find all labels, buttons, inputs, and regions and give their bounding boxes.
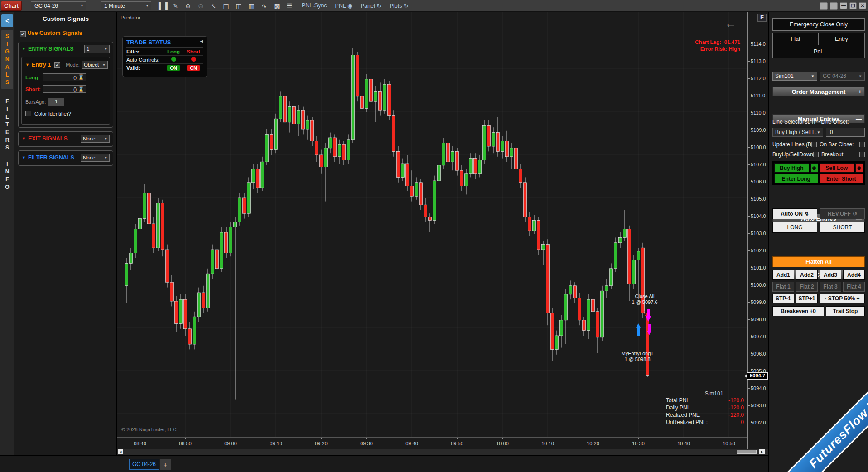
long-signal-input[interactable]: () ⌛ — [43, 73, 86, 81]
interval-dropdown[interactable]: 1 Minute▼ — [101, 1, 151, 10]
trendline-icon[interactable]: ∿ — [260, 2, 268, 10]
exit-signals-dropdown[interactable]: None▼ — [81, 135, 110, 143]
restore-button[interactable]: ❐ — [849, 2, 857, 9]
add-button-3[interactable]: Add3 — [820, 270, 841, 280]
tab-filters[interactable]: FILTERS — [1, 95, 13, 154]
entry-1-checkbox[interactable]: ✔ — [54, 62, 60, 68]
on-bar-close-checkbox[interactable] — [859, 142, 865, 147]
back-arrow-icon[interactable]: ← — [725, 16, 737, 30]
add-tab-button[interactable]: + — [160, 459, 171, 470]
sell-low-eye-icon[interactable]: ◉ — [855, 163, 863, 173]
focus-button[interactable]: F — [757, 14, 767, 22]
chart-scrollbar[interactable]: ◄ ► — [117, 449, 768, 455]
update-lines-checkbox[interactable] — [811, 142, 817, 147]
buy-high-eye-icon[interactable]: ◉ — [810, 163, 818, 173]
line-offset-input[interactable]: 0 — [826, 128, 865, 137]
checkbox-checked-icon[interactable]: ✔ — [20, 31, 26, 37]
breakout-checkbox[interactable] — [859, 152, 865, 157]
sell-low-button[interactable]: Sell Low — [820, 163, 854, 173]
emergency-close-only-button[interactable]: Emergency Close Only — [772, 18, 865, 31]
workspace-button-2[interactable] — [830, 2, 838, 10]
tab-signals[interactable]: SIGNALS — [1, 30, 13, 89]
strategy-grid-icon[interactable]: ▩ — [273, 2, 281, 10]
instrument-dropdown-right[interactable]: GC 04-26▼ — [820, 72, 865, 81]
barsago-input[interactable]: 1 — [48, 98, 64, 106]
stp-plus-button[interactable]: STP+1 — [796, 294, 818, 303]
trail-stop-button[interactable]: Trail Stop — [826, 306, 865, 316]
enter-short-button[interactable]: Enter Short — [820, 174, 863, 183]
tab-gc-04-26[interactable]: GC 04-26 — [129, 459, 159, 470]
panel-layout-icon[interactable]: ◫ — [235, 2, 243, 10]
properties-list-icon[interactable]: ☰ — [285, 2, 294, 10]
buyup-selldown-checkbox[interactable] — [813, 152, 819, 157]
menu-item-pnl-sync[interactable]: PNL.Sync — [302, 2, 327, 9]
close-button[interactable]: ✕ — [859, 2, 866, 9]
long-auto-dot[interactable] — [171, 57, 176, 62]
expand-icon[interactable]: + — [858, 88, 862, 95]
menu-item-plots-reset[interactable]: Plots ↻ — [390, 2, 409, 9]
chart-area[interactable]: Predator ← Chart Lag: -01.471 Error Risk… — [117, 12, 747, 437]
minimize-button[interactable]: — — [840, 2, 847, 9]
flat-button-2[interactable]: Flat 2 — [796, 282, 818, 292]
collapse-triangle-icon[interactable]: ▼ — [22, 47, 26, 51]
collapse-panel-button[interactable]: < — [1, 14, 13, 27]
short-signal-input[interactable]: () ⌛ — [43, 85, 86, 93]
collapse-triangle-icon[interactable]: ▼ — [25, 63, 29, 67]
reverse-off-button[interactable]: REV.OFF↺ — [820, 208, 865, 219]
add-button-1[interactable]: Add1 — [772, 270, 794, 280]
flat-button-3[interactable]: Flat 3 — [820, 282, 841, 292]
price-axis-label: 5094.0 — [751, 385, 766, 391]
order-management-header[interactable]: Order Management + — [772, 87, 865, 96]
long-button[interactable]: LONG — [772, 222, 817, 233]
flat-button-1[interactable]: Flat 1 — [772, 282, 794, 292]
pnl-row-value: 0 — [741, 419, 744, 426]
add-button-2[interactable]: Add2 — [796, 270, 818, 280]
chart-menu-button[interactable]: Chart — [1, 1, 22, 11]
scroll-left-arrow[interactable]: ◄ — [118, 449, 123, 454]
entry-button[interactable]: Entry — [819, 33, 865, 45]
flat-button[interactable]: Flat — [772, 33, 819, 45]
color-identifier-checkbox[interactable] — [25, 111, 31, 116]
flatten-all-button[interactable]: Flatten All — [772, 256, 865, 267]
auto-on-button[interactable]: Auto ON↯ — [772, 208, 817, 219]
menu-item-pnl-eye[interactable]: PNL ◉ — [335, 2, 352, 9]
use-custom-signals-checkbox[interactable]: ✔ Use Custom Signals — [20, 30, 82, 37]
entry-count-dropdown[interactable]: 1▼ — [84, 45, 110, 53]
zoom-in-icon[interactable]: ⊕ — [184, 2, 192, 10]
menu-item-panel-reset[interactable]: Panel ↻ — [361, 2, 381, 9]
stop-50-button[interactable]: - STOP 50% + — [820, 294, 865, 303]
add-button-4[interactable]: Add4 — [843, 270, 865, 280]
filter-signals-dropdown[interactable]: None▼ — [81, 154, 110, 162]
scrollbar-thumb[interactable] — [737, 450, 757, 454]
collapse-left-icon[interactable]: ◄ — [199, 39, 203, 46]
breakeven-button[interactable]: Breakeven +0 — [772, 306, 824, 316]
buy-high-button[interactable]: Buy High — [774, 163, 809, 173]
time-axis-tick — [140, 438, 140, 439]
draw-pencil-icon[interactable]: ✎ — [171, 2, 179, 10]
mode-dropdown[interactable]: Object▼ — [82, 61, 108, 69]
candlestick-chart-icon[interactable]: ▌▐ — [159, 2, 167, 10]
tab-info[interactable]: INFO — [1, 158, 13, 194]
price-axis[interactable]: F 5114.05113.05112.05111.05110.05109.051… — [747, 12, 768, 449]
collapse-triangle-icon[interactable]: ▼ — [22, 136, 26, 141]
short-auto-dot[interactable] — [191, 57, 196, 62]
line-selector-dropdown[interactable]: Buy High / Sell L...▼ — [772, 128, 823, 137]
time-axis[interactable]: 08:4008:5009:0009:1009:2009:3009:4009:50… — [117, 437, 747, 449]
short-button[interactable]: SHORT — [820, 222, 865, 233]
account-dropdown[interactable]: Sim101▼ — [772, 72, 817, 81]
instrument-dropdown[interactable]: GC 04-26▼ — [31, 1, 86, 10]
pnl-row: Total PNL-120.0 — [666, 397, 744, 404]
workspace-button-1[interactable] — [820, 2, 828, 10]
cursor-icon[interactable]: ↖ — [209, 2, 217, 10]
candlestick-chart[interactable] — [117, 12, 747, 437]
collapse-triangle-icon[interactable]: ▼ — [22, 155, 26, 160]
stp-minus-button[interactable]: STP-1 — [772, 294, 794, 303]
scroll-right-arrow[interactable]: ► — [759, 449, 765, 454]
indicators-icon[interactable]: ▥ — [247, 2, 256, 10]
flat-button-4[interactable]: Flat 4 — [843, 282, 865, 292]
data-series-icon[interactable]: ▤ — [222, 2, 230, 10]
enter-long-button[interactable]: Enter Long — [774, 174, 818, 183]
clock-icon[interactable]: ◔ — [817, 119, 820, 125]
zoom-out-icon[interactable]: ⊖ — [197, 2, 205, 10]
pnl-button[interactable]: PnL — [772, 45, 865, 58]
